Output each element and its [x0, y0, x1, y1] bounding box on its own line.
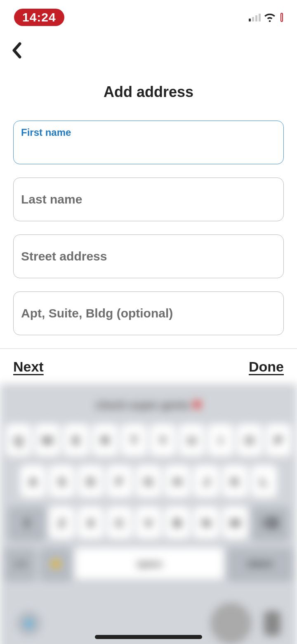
status-time: 14:24 — [14, 9, 64, 26]
back-button[interactable] — [8, 42, 25, 59]
keyboard-key[interactable]: C — [107, 507, 132, 540]
keyboard-key[interactable]: O — [237, 424, 262, 457]
done-button[interactable]: Done — [249, 359, 284, 375]
chevron-left-icon — [12, 42, 21, 59]
keyboard-backspace-key[interactable]: ⌫ — [251, 507, 289, 540]
keyboard-row-2: ASDFGHJKL — [0, 465, 297, 498]
keyboard-key[interactable]: B — [165, 507, 190, 540]
keyboard-key[interactable]: Y — [150, 424, 176, 457]
page-title: Add address — [0, 83, 297, 101]
street-field[interactable]: Street address — [13, 234, 284, 278]
keyboard-key[interactable]: A — [20, 465, 46, 498]
keyboard-key[interactable]: J — [193, 465, 219, 498]
keyboard-space-key[interactable]: space — [75, 548, 224, 580]
address-form: First name Last name Street address Apt,… — [0, 121, 297, 335]
wifi-icon — [264, 13, 276, 22]
keyboard-key[interactable]: K — [222, 465, 248, 498]
keyboard-key[interactable]: R — [92, 424, 118, 457]
star-icon: ✱ — [192, 398, 202, 411]
status-icons — [249, 13, 283, 22]
keyboard-key[interactable]: N — [193, 507, 219, 540]
keyboard-key[interactable]: W — [35, 424, 60, 457]
apt-placeholder: Apt, Suite, Bldg (optional) — [21, 306, 173, 320]
keyboard-key[interactable]: E — [64, 424, 89, 457]
keyboard-key[interactable]: G — [136, 465, 161, 498]
keyboard-key[interactable]: V — [136, 507, 161, 540]
keyboard-key[interactable]: U — [179, 424, 205, 457]
keyboard-key[interactable]: T — [121, 424, 147, 457]
keyboard-key[interactable]: L — [251, 465, 277, 498]
battery-icon — [280, 13, 283, 22]
keyboard-row-1: QWERTYUIOP — [0, 424, 297, 457]
home-indicator[interactable] — [95, 635, 202, 639]
first-name-input[interactable] — [21, 140, 276, 154]
keyboard-emoji-key[interactable]: 😊 — [40, 548, 72, 580]
keyboard-row-3: ⇧ZXCVBNM⌫ — [0, 507, 297, 540]
mic-icon[interactable] — [264, 611, 280, 636]
keyboard-key[interactable]: S — [49, 465, 75, 498]
keyboard-cursor-pad[interactable] — [210, 603, 252, 644]
keyboard-key[interactable]: Z — [49, 507, 75, 540]
last-name-field[interactable]: Last name — [13, 178, 284, 221]
keyboard-123-key[interactable]: 123 — [4, 548, 36, 580]
keyboard-key[interactable]: Q — [6, 424, 31, 457]
keyboard-key[interactable]: P — [266, 424, 291, 457]
keyboard-key[interactable]: D — [78, 465, 104, 498]
keyboard-return-key[interactable]: return — [227, 548, 293, 580]
keyboard-row-4: 123 😊 space return — [0, 548, 297, 580]
keyboard[interactable]: check super gents✱ QWERTYUIOP ASDFGHJKL … — [0, 385, 297, 644]
street-placeholder: Street address — [21, 249, 107, 263]
keyboard-toolbar: Next Done — [0, 348, 297, 385]
nav-bar — [0, 29, 297, 59]
keyboard-key[interactable]: M — [222, 507, 248, 540]
first-name-label: First name — [21, 127, 71, 138]
globe-icon[interactable]: 🌐 — [16, 611, 41, 636]
keyboard-key[interactable]: H — [165, 465, 190, 498]
status-bar: 14:24 — [0, 0, 297, 29]
cell-signal-icon — [249, 13, 261, 21]
keyboard-suggestion[interactable]: check super gents✱ — [0, 394, 297, 416]
keyboard-key[interactable]: F — [107, 465, 132, 498]
last-name-placeholder: Last name — [21, 192, 82, 206]
keyboard-key[interactable]: X — [78, 507, 104, 540]
next-button[interactable]: Next — [13, 359, 44, 375]
apt-field[interactable]: Apt, Suite, Bldg (optional) — [13, 291, 284, 335]
keyboard-key[interactable]: I — [208, 424, 233, 457]
keyboard-shift-key[interactable]: ⇧ — [8, 507, 46, 540]
first-name-field[interactable]: First name — [13, 121, 284, 164]
